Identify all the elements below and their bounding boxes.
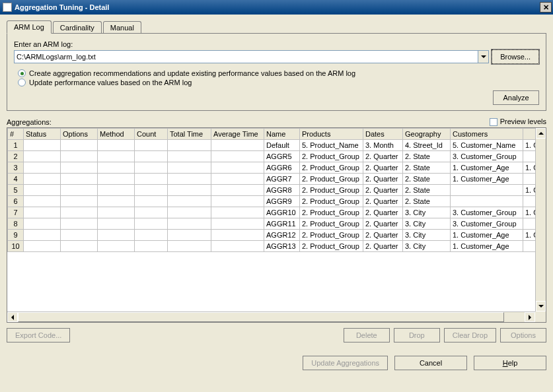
cell[interactable] xyxy=(24,207,61,218)
cell[interactable] xyxy=(168,151,211,162)
cell[interactable] xyxy=(211,162,264,174)
vertical-scrollbar[interactable] xyxy=(535,128,546,311)
cell[interactable]: 2. Product_Group xyxy=(300,207,363,218)
cell[interactable]: 2. State xyxy=(403,185,451,196)
cell[interactable]: AGGR6 xyxy=(264,162,300,174)
cell[interactable]: 1. O xyxy=(523,140,536,151)
cell[interactable] xyxy=(168,218,211,230)
export-code-button[interactable]: Export Code... xyxy=(7,328,70,343)
cell[interactable] xyxy=(523,241,536,252)
scroll-right-icon[interactable] xyxy=(525,312,535,322)
cell[interactable]: 3. Customer_Group xyxy=(451,218,523,230)
cell[interactable] xyxy=(24,151,61,162)
row-number[interactable]: 1 xyxy=(8,140,24,151)
cell[interactable]: AGGR13 xyxy=(264,241,300,252)
column-header[interactable]: Count xyxy=(135,129,168,140)
cell[interactable]: AGGR10 xyxy=(264,207,300,218)
cell[interactable] xyxy=(61,218,98,230)
clear-drop-button[interactable]: Clear Drop xyxy=(444,328,496,343)
cell[interactable] xyxy=(211,151,264,162)
cell[interactable] xyxy=(211,230,264,241)
cell[interactable]: 2. Product_Group xyxy=(300,241,363,252)
cell[interactable]: 3. City xyxy=(403,207,451,218)
cell[interactable]: 2. Quarter xyxy=(363,218,403,230)
cell[interactable] xyxy=(211,207,264,218)
column-header[interactable]: Dates xyxy=(363,129,403,140)
cell[interactable]: 5. Customer_Name xyxy=(451,140,523,151)
cell[interactable]: 3. Month xyxy=(363,140,403,151)
cell[interactable] xyxy=(98,241,135,252)
cell[interactable] xyxy=(168,162,211,174)
cell[interactable]: AGGR5 xyxy=(264,151,300,162)
row-number[interactable]: 7 xyxy=(8,207,24,218)
cell[interactable]: 2. Product_Group xyxy=(300,218,363,230)
cell[interactable]: 2. Quarter xyxy=(363,196,403,207)
options-button[interactable]: Options xyxy=(500,328,546,343)
tab-cardinality[interactable]: Cardinality xyxy=(53,21,102,34)
cell[interactable]: 1. O xyxy=(523,230,536,241)
cell[interactable]: 2. Quarter xyxy=(363,207,403,218)
cell[interactable] xyxy=(98,174,135,185)
cell[interactable]: 3. Customer_Group xyxy=(451,207,523,218)
cell[interactable] xyxy=(211,218,264,230)
cell[interactable] xyxy=(211,241,264,252)
cell[interactable] xyxy=(135,196,168,207)
delete-button[interactable]: Delete xyxy=(344,328,390,343)
update-aggregations-button[interactable]: Update Aggregations xyxy=(303,356,388,370)
cell[interactable] xyxy=(135,162,168,174)
row-number[interactable]: 4 xyxy=(8,174,24,185)
table-row[interactable]: 3AGGR62. Product_Group2. Quarter2. State… xyxy=(8,162,536,174)
row-number[interactable]: 8 xyxy=(8,218,24,230)
row-number[interactable]: 9 xyxy=(8,230,24,241)
cell[interactable] xyxy=(211,174,264,185)
cell[interactable]: 2. Quarter xyxy=(363,230,403,241)
row-number[interactable]: 10 xyxy=(8,241,24,252)
row-number[interactable]: 2 xyxy=(8,151,24,162)
cell[interactable]: Default xyxy=(264,140,300,151)
table-row[interactable]: 5AGGR82. Product_Group2. Quarter2. State… xyxy=(8,185,536,196)
row-number[interactable]: 5 xyxy=(8,185,24,196)
cell[interactable]: 2. Quarter xyxy=(363,174,403,185)
cell[interactable] xyxy=(24,185,61,196)
table-row[interactable]: 10AGGR132. Product_Group2. Quarter3. Cit… xyxy=(8,241,536,252)
column-header[interactable]: Status xyxy=(24,129,61,140)
cell[interactable] xyxy=(24,140,61,151)
cell[interactable] xyxy=(135,207,168,218)
tab-manual[interactable]: Manual xyxy=(103,21,141,34)
cell[interactable] xyxy=(61,185,98,196)
cell[interactable] xyxy=(168,185,211,196)
column-header[interactable]: Customers xyxy=(451,129,523,140)
table-row[interactable]: 2AGGR52. Product_Group2. Quarter2. State… xyxy=(8,151,536,162)
cell[interactable] xyxy=(135,185,168,196)
cell[interactable]: 2. Quarter xyxy=(363,241,403,252)
cell[interactable] xyxy=(168,140,211,151)
column-header[interactable]: Total Time xyxy=(168,129,211,140)
table-row[interactable]: 7AGGR102. Product_Group2. Quarter3. City… xyxy=(8,207,536,218)
radio-update-performance[interactable]: Update performance values based on the A… xyxy=(18,79,539,86)
cell[interactable] xyxy=(61,241,98,252)
row-number[interactable]: 3 xyxy=(8,162,24,174)
table-row[interactable]: 8AGGR112. Product_Group2. Quarter3. City… xyxy=(8,218,536,230)
cell[interactable]: 2. Product_Group xyxy=(300,162,363,174)
scroll-thumb[interactable] xyxy=(18,312,504,322)
column-header[interactable]: Geography xyxy=(403,129,451,140)
column-header[interactable] xyxy=(523,129,536,140)
table-row[interactable]: 9AGGR122. Product_Group2. Quarter3. City… xyxy=(8,230,536,241)
cell[interactable] xyxy=(98,230,135,241)
cell[interactable]: 3. City xyxy=(403,241,451,252)
cell[interactable]: AGGR7 xyxy=(264,174,300,185)
cell[interactable] xyxy=(168,230,211,241)
cell[interactable]: 1. O xyxy=(523,185,536,196)
arm-path-input[interactable] xyxy=(15,51,478,63)
preview-levels-checkbox[interactable]: Preview levels xyxy=(490,117,546,126)
help-button[interactable]: Help xyxy=(474,356,546,370)
cell[interactable]: 3. Customer_Group xyxy=(451,151,523,162)
radio-create-recommendations[interactable]: Create aggregation recommendations and u… xyxy=(18,69,539,77)
cell[interactable]: AGGR8 xyxy=(264,185,300,196)
cell[interactable]: 2. Product_Group xyxy=(300,185,363,196)
cell[interactable] xyxy=(135,151,168,162)
cell[interactable] xyxy=(24,162,61,174)
cell[interactable]: 2. Product_Group xyxy=(300,196,363,207)
cell[interactable] xyxy=(24,218,61,230)
cell[interactable] xyxy=(523,151,536,162)
